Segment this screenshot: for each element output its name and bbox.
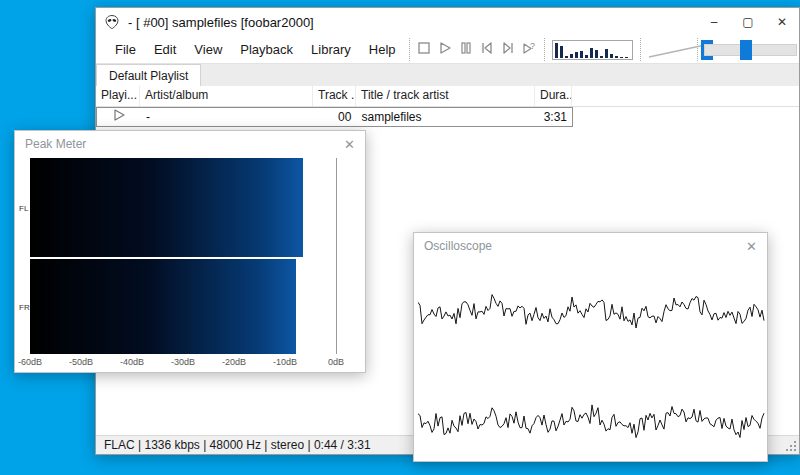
play-button[interactable] — [437, 41, 454, 59]
toolbar: FileEditViewPlaybackLibraryHelp ? — [96, 36, 799, 63]
window-title: - [ #00] samplefiles [foobar2000] — [128, 15, 697, 30]
toolbar-separator — [640, 38, 641, 61]
menu-item-playback[interactable]: Playback — [231, 37, 302, 63]
spectrum-bar — [560, 46, 563, 58]
seek-thumb[interactable] — [740, 40, 752, 60]
previous-button[interactable] — [479, 41, 496, 59]
spectrum-bar — [600, 56, 603, 58]
oscilloscope-title: Oscilloscope — [424, 239, 737, 253]
spectrum-bar — [595, 50, 598, 58]
toolbar-separator — [409, 38, 410, 61]
waveform-left — [418, 295, 764, 328]
status-text: FLAC | 1336 kbps | 48000 Hz | stereo | 0… — [104, 438, 371, 452]
maximize-button[interactable]: ▢ — [731, 8, 765, 36]
scale-tick: 0dB — [328, 357, 344, 367]
spectrum-bar — [610, 54, 613, 58]
peak-channel-fl: FL — [30, 158, 365, 257]
peak-meter-zero-line — [336, 158, 337, 354]
playlist-tabbar: Default Playlist — [96, 63, 799, 86]
peak-bar-fr — [30, 259, 296, 354]
stop-icon — [416, 40, 432, 60]
column-header-0[interactable]: Playi... — [96, 86, 140, 106]
spectrum-bar — [555, 43, 558, 58]
random-button[interactable]: ? — [521, 41, 538, 59]
playlist-row[interactable]: -00samplefiles3:31 — [96, 107, 573, 127]
oscilloscope-titlebar[interactable]: Oscilloscope ✕ — [414, 233, 767, 259]
volume-slider[interactable] — [647, 39, 691, 61]
close-icon: ✕ — [777, 15, 787, 29]
next-icon — [500, 40, 516, 60]
row-cell-2[interactable]: 00 — [314, 108, 357, 126]
spectrum-bar — [605, 49, 608, 58]
peak-bar-fl — [30, 158, 303, 257]
menu-item-file[interactable]: File — [106, 37, 145, 63]
peak-meter-window: Peak Meter ✕ FLFR -60dB-50dB-40dB-30dB-2… — [14, 130, 366, 373]
scale-tick: -30dB — [171, 357, 195, 367]
scale-tick: -60dB — [18, 357, 42, 367]
row-cell-4[interactable]: 3:31 — [535, 108, 572, 126]
maximize-icon: ▢ — [742, 15, 753, 29]
menu-bar: FileEditViewPlaybackLibraryHelp — [106, 37, 405, 63]
scale-tick: -50dB — [69, 357, 93, 367]
oscilloscope-close-icon[interactable]: ✕ — [737, 239, 757, 254]
transport-controls: ? — [414, 41, 540, 59]
previous-icon — [479, 40, 495, 60]
menu-item-edit[interactable]: Edit — [145, 37, 185, 63]
column-header-3[interactable]: Title / track artist — [356, 86, 535, 106]
seek-slider[interactable] — [704, 39, 797, 61]
peak-meter-scale: -60dB-50dB-40dB-30dB-20dB-10dB0dB — [15, 357, 365, 369]
peak-meter-display: FLFR — [15, 158, 365, 356]
spectrum-bar — [615, 56, 618, 58]
stop-button[interactable] — [416, 41, 433, 59]
row-cell-0[interactable] — [97, 108, 141, 126]
channel-label-fl: FL — [19, 203, 28, 212]
close-button[interactable]: ✕ — [765, 8, 799, 36]
pause-button[interactable] — [458, 41, 475, 59]
spectrum-bar — [585, 55, 588, 58]
playlist-header: Playi...Artist/albumTrack ...Title / tra… — [96, 86, 799, 107]
waveform-right — [418, 405, 764, 438]
svg-text:?: ? — [530, 41, 535, 51]
peak-channel-fr: FR — [30, 259, 365, 354]
peak-meter-titlebar[interactable]: Peak Meter ✕ — [15, 131, 365, 157]
row-cell-3[interactable]: samplefiles — [356, 108, 535, 126]
next-button[interactable] — [500, 41, 517, 59]
play-icon — [437, 40, 453, 60]
spectrum-bar — [580, 51, 583, 58]
foobar2000-app-icon — [104, 14, 120, 30]
scale-tick: -20dB — [222, 357, 246, 367]
row-cell-1[interactable]: - — [141, 108, 314, 126]
scale-tick: -40dB — [120, 357, 144, 367]
play-indicator-icon — [112, 108, 126, 126]
column-header-2[interactable]: Track ... — [313, 86, 356, 106]
oscilloscope-window: Oscilloscope ✕ — [413, 232, 768, 462]
spectrum-bar — [570, 54, 573, 58]
spectrum-visualizer[interactable] — [552, 40, 633, 60]
minimize-button[interactable]: – — [697, 8, 731, 36]
spectrum-bar — [590, 48, 593, 58]
toolbar-separator — [544, 38, 545, 61]
tab-default-playlist[interactable]: Default Playlist — [96, 64, 201, 86]
peak-meter-title: Peak Meter — [25, 137, 335, 151]
spectrum-bar — [625, 57, 628, 58]
scale-tick: -10dB — [273, 357, 297, 367]
menu-item-library[interactable]: Library — [302, 37, 360, 63]
spectrum-bar — [575, 52, 578, 58]
peak-meter-close-icon[interactable]: ✕ — [335, 137, 355, 152]
channel-label-fr: FR — [19, 302, 30, 311]
resize-grip-icon[interactable] — [786, 441, 797, 452]
oscilloscope-waveforms — [418, 263, 765, 458]
pause-icon — [458, 40, 474, 60]
menu-item-view[interactable]: View — [185, 37, 231, 63]
spectrum-bar — [565, 56, 568, 58]
desktop: { "main": { "title": "- [ #00] samplefil… — [0, 0, 800, 475]
random-icon: ? — [521, 40, 537, 60]
menu-item-help[interactable]: Help — [360, 37, 405, 63]
titlebar[interactable]: - [ #00] samplefiles [foobar2000] – ▢ ✕ — [96, 8, 799, 36]
column-header-4[interactable]: Dura... — [535, 86, 572, 106]
minimize-icon: – — [711, 15, 718, 29]
spectrum-bar — [620, 57, 623, 58]
column-header-1[interactable]: Artist/album — [140, 86, 313, 106]
tab-label: Default Playlist — [109, 69, 188, 83]
caption-buttons: – ▢ ✕ — [697, 8, 799, 36]
